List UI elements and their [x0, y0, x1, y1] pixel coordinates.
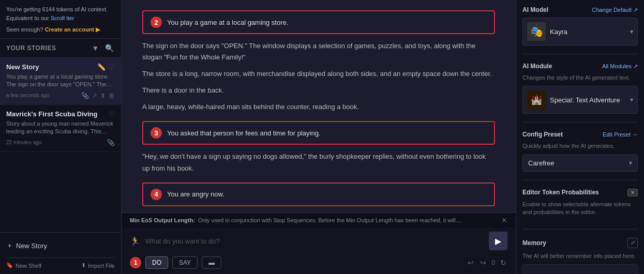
ai-module-title: AI Module	[522, 63, 552, 70]
config-preset-section: Config Preset Edit Preset → Quickly adju…	[522, 131, 638, 180]
sidebar-header: You're getting 6144 tokens of AI context…	[0, 0, 121, 39]
do-button[interactable]: DO	[145, 256, 168, 269]
story-title-1: New Story	[6, 63, 39, 71]
memory-desc: The AI will better remember info placed …	[522, 252, 638, 260]
story-item-2[interactable]: Mavrick's First Scuba Diving ♡ Story abo…	[0, 105, 121, 152]
memory-section: Memory ⤢ The AI will better remember inf…	[522, 238, 638, 274]
editor-tokens-desc: Enable to show selectable alternate toke…	[522, 201, 638, 217]
stories-header: Your Stories ▼ 🔍	[0, 39, 121, 58]
chevron-down-icon: ▾	[630, 28, 633, 35]
editor-tokens-section: Editor Token Probabilities ✕ Enable to s…	[522, 189, 638, 230]
story-preview-2: Story about a young man named Maverick l…	[6, 120, 115, 136]
new-shelf-button[interactable]: 🔖 🔖 New Shelf New Shelf	[6, 262, 41, 269]
memory-expand-button[interactable]: ⤢	[627, 238, 638, 248]
edit-preset-link[interactable]: Edit Preset →	[603, 131, 638, 138]
tokens-info: You're getting 6144 tokens of AI context…	[6, 6, 108, 12]
kayra-avatar-icon: 🎭	[530, 25, 543, 38]
delete-icon[interactable]: 🗑	[109, 92, 115, 99]
action-number-3: 3	[151, 127, 162, 139]
stop-icon: ▬	[208, 259, 215, 266]
sidebar-bottom-actions: 🔖 🔖 New Shelf New Shelf ⬆ Import File	[6, 257, 115, 269]
ai-module-img: 🏰	[527, 90, 546, 109]
send-button[interactable]: ▶	[489, 232, 507, 250]
sidebar-info: You're getting 6144 tokens of AI context…	[6, 5, 115, 22]
seen-enough: Seen enough? Create an account ▶	[6, 26, 115, 33]
retry-button[interactable]: ↻	[499, 257, 507, 268]
create-account-link[interactable]: Create an account ▶	[45, 26, 100, 33]
memory-box[interactable]	[522, 264, 638, 274]
input-area: Min EoS Output Length: Only used in conj…	[122, 212, 516, 274]
editor-tokens-title: Editor Token Probabilities	[522, 189, 599, 196]
narrative-p-2: The store is a long, narrow room, with m…	[142, 68, 495, 80]
action-block-4: 4 You are angry now.	[142, 182, 495, 206]
preset-chevron-icon: ▾	[629, 159, 632, 166]
action-number-4: 4	[151, 189, 162, 200]
story-actions-1: 📎 ↗ ⬆ 🗑	[81, 92, 115, 99]
memory-title: Memory	[522, 239, 546, 247]
stories-title: Your Stories	[6, 44, 56, 52]
say-button[interactable]: SAY	[172, 256, 198, 269]
story-content: 2 You play a game at a local gaming stor…	[122, 0, 516, 212]
narrative-block-1: The sign on the door says "OPEN." The wi…	[142, 40, 495, 113]
story-actions-2: 📎	[107, 139, 115, 146]
undo-button[interactable]: ↩	[467, 257, 475, 268]
tier-prefix: Equivalent to our	[6, 15, 51, 21]
plus-icon: ＋	[6, 241, 13, 250]
story-item-2-header: Mavrick's First Scuba Diving ♡	[6, 110, 115, 118]
min-output-desc: Only used in conjunction with Stop Seque…	[198, 217, 462, 223]
filter-button[interactable]: ▼	[91, 43, 100, 53]
action-block-3: 3 You asked that person for fees and tim…	[142, 121, 495, 145]
ai-model-header: AI Model Change Default ↗	[522, 6, 638, 13]
config-preset-header: Config Preset Edit Preset →	[522, 131, 638, 138]
ai-module-desc: Changes the style of the AI generated te…	[522, 74, 638, 82]
module-icon: 🏰	[531, 94, 542, 105]
action-text-3: You asked that person for fees and time …	[167, 129, 321, 137]
edit-icon[interactable]: ✏️	[97, 63, 106, 71]
min-output-close[interactable]: ✕	[501, 216, 507, 224]
narrative-p-3: There is a door in the back.	[142, 85, 495, 96]
narrative-p-5: "Hey, we don't have a sign up saying no …	[142, 151, 495, 174]
sidebar: You're getting 6144 tokens of AI context…	[0, 0, 122, 274]
all-modules-link[interactable]: All Modules ↗	[602, 63, 638, 70]
redo-button[interactable]: ↪	[479, 257, 487, 268]
toolbar-row: 1 DO SAY ▬ ↩ ↪ 0 ↻	[122, 254, 516, 274]
paperclip-icon[interactable]: 📎	[81, 92, 89, 99]
new-story-button[interactable]: ＋ + New Story New Story	[6, 238, 115, 253]
search-button[interactable]: 🔍	[104, 43, 115, 53]
story-item-1[interactable]: New Story ✏️ ♡ You play a game at a loca…	[0, 58, 121, 105]
ai-module-card[interactable]: 🏰 Special: Text Adventure ▾	[522, 86, 638, 114]
story-input[interactable]	[145, 237, 484, 245]
module-chevron-icon: ▾	[630, 96, 633, 103]
ai-model-avatar: 🎭	[527, 22, 546, 41]
ai-model-name: Kayra	[550, 28, 626, 36]
tier-link[interactable]: Scroll tier	[51, 15, 74, 21]
ai-model-title: AI Model	[522, 6, 548, 13]
sidebar-footer: ＋ + New Story New Story 🔖 🔖 New Shelf Ne…	[0, 232, 121, 274]
share-icon[interactable]: ↗	[92, 92, 97, 99]
story-button[interactable]: ▬	[202, 256, 221, 269]
narrative-block-2: "Hey, we don't have a sign up saying no …	[142, 151, 495, 174]
story-meta-2: 22 minutes ago 📎	[6, 139, 115, 146]
ai-model-card[interactable]: 🎭 Kayra ▾	[522, 18, 638, 45]
story-time-2: 22 minutes ago	[6, 140, 41, 145]
change-default-link[interactable]: Change Default ↗	[592, 7, 638, 13]
preset-name: Carefree	[528, 159, 555, 167]
import-file-button[interactable]: ⬆ Import File	[81, 262, 115, 269]
paperclip-icon-2[interactable]: 📎	[107, 139, 115, 146]
ai-module-header: AI Module All Modules ↗	[522, 63, 638, 70]
right-panel: AI Model Change Default ↗ 🎭 Kayra ▾ AI M…	[516, 0, 644, 274]
stories-list: New Story ✏️ ♡ You play a game at a loca…	[0, 58, 121, 232]
action-block-2: 2 You play a game at a local gaming stor…	[142, 10, 495, 34]
story-preview-1: You play a game at a local gaming store.…	[6, 73, 115, 89]
story-time-1: a few seconds ago	[6, 93, 49, 98]
toolbar-number: 0	[491, 259, 495, 266]
story-icons-1: ✏️ ♡	[97, 63, 115, 71]
editor-tokens-close[interactable]: ✕	[627, 189, 638, 196]
heart-icon[interactable]: ♡	[109, 63, 115, 71]
export-icon[interactable]: ⬆	[100, 92, 106, 99]
config-preset-card[interactable]: Carefree ▾	[522, 155, 638, 172]
ai-module-name: Special: Text Adventure	[550, 96, 626, 104]
heart-icon-2[interactable]: ♡	[109, 110, 115, 118]
shelf-icon: 🔖	[6, 262, 13, 269]
config-preset-title: Config Preset	[522, 131, 563, 138]
